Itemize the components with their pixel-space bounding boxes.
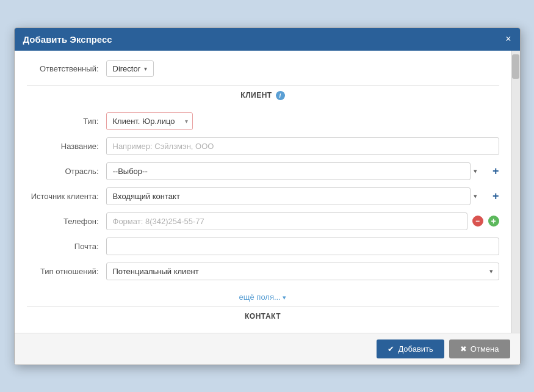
phone-controls: − + [106,212,499,230]
source-row: Источник клиента: Входящий контакт ▾ + [27,187,499,205]
relation-type-select[interactable]: Потенциальный клиент [106,263,499,280]
email-input[interactable] [106,238,499,255]
remove-phone-button[interactable]: − [472,216,483,227]
type-row: Тип: Клиент. Юр.лицо ▾ [27,112,499,130]
add-phone-button[interactable]: + [488,216,499,227]
responsible-dropdown[interactable]: Director ▾ [106,60,154,77]
dialog: Добавить Экспресс × Ответственный: Direc… [14,27,521,365]
industry-label: Отрасль: [27,167,106,176]
industry-select[interactable]: --Выбор-- [106,162,471,180]
phone-field: − + [106,212,499,230]
email-row: Почта: [27,238,499,255]
add-label: Добавить [398,344,433,354]
relation-type-field: Потенциальный клиент ▾ [106,263,499,280]
source-field: Входящий контакт ▾ + [106,187,499,205]
chevron-down-icon: ▾ [474,167,477,175]
source-label: Источник клиента: [27,192,106,201]
type-field: Клиент. Юр.лицо ▾ [106,112,499,130]
phone-input[interactable] [106,212,467,230]
source-add-button[interactable]: + [493,191,499,201]
phone-label: Телефон: [27,217,106,226]
check-icon: ✔ [388,344,394,354]
chevron-down-icon: ▾ [144,65,147,72]
industry-wrapper: --Выбор-- ▾ + [106,162,499,180]
info-icon[interactable]: i [276,91,285,100]
name-input[interactable] [106,137,499,155]
x-icon: ✖ [460,344,467,354]
email-field [106,238,499,255]
scrollbar[interactable] [511,51,520,333]
dialog-footer: ✔ Добавить ✖ Отмена [15,333,520,365]
cancel-button[interactable]: ✖ Отмена [449,339,510,358]
source-select[interactable]: Входящий контакт [106,187,471,205]
responsible-row: Ответственный: Director ▾ [27,60,499,77]
more-fields-button[interactable]: ещё поля... ▾ [27,288,499,307]
add-button[interactable]: ✔ Добавить [377,339,444,358]
type-label: Тип: [27,117,106,126]
type-select[interactable]: Клиент. Юр.лицо [106,112,193,130]
contact-section-title: КОНТАКТ [245,312,281,321]
dialog-content: Ответственный: Director ▾ КЛИЕНТ i Тип: … [15,51,511,333]
dialog-header: Добавить Экспресс × [15,28,520,51]
relation-type-row: Тип отношений: Потенциальный клиент ▾ [27,263,499,280]
industry-field: --Выбор-- ▾ + [106,162,499,180]
scrollbar-thumb[interactable] [512,54,519,79]
responsible-label: Ответственный: [27,64,106,73]
email-label: Почта: [27,242,106,251]
name-label: Название: [27,142,106,151]
dialog-body: Ответственный: Director ▾ КЛИЕНТ i Тип: … [15,51,520,333]
dialog-title: Добавить Экспресс [23,34,112,45]
cancel-label: Отмена [471,344,499,354]
contact-section-header: КОНТАКТ [27,307,499,323]
responsible-value: Director [113,64,141,73]
type-wrapper: Клиент. Юр.лицо ▾ [106,112,193,130]
relation-type-label: Тип отношений: [27,267,106,276]
close-button[interactable]: × [505,34,511,44]
industry-row: Отрасль: --Выбор-- ▾ + [27,162,499,180]
relation-type-wrapper: Потенциальный клиент ▾ [106,263,499,280]
source-wrapper: Входящий контакт ▾ + [106,187,499,205]
name-row: Название: [27,137,499,155]
chevron-down-icon: ▾ [283,294,286,301]
client-section-header: КЛИЕНТ i [27,85,499,106]
client-section-title: КЛИЕНТ [240,91,272,100]
industry-add-button[interactable]: + [493,165,499,176]
chevron-down-icon: ▾ [474,192,477,200]
name-field [106,137,499,155]
phone-row: Телефон: − + [27,212,499,230]
more-fields-label: ещё поля... [239,292,281,302]
